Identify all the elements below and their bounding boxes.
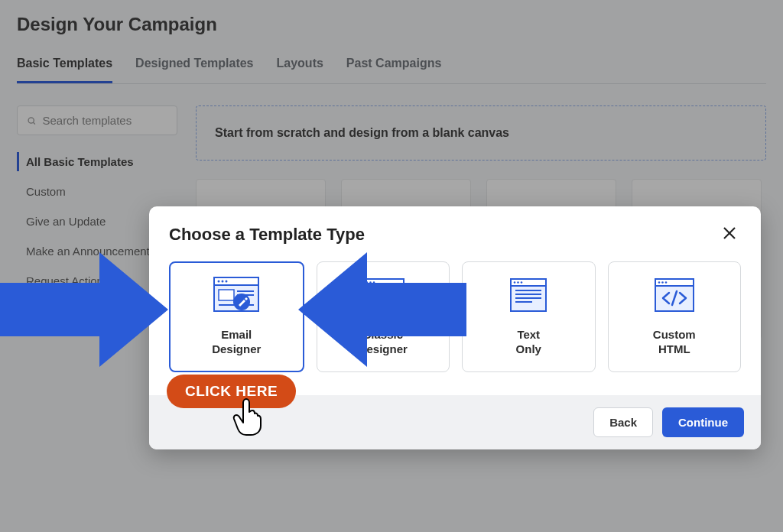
modal-title: Choose a Template Type [169, 225, 365, 245]
type-email-designer[interactable]: Email Designer [169, 261, 304, 372]
type-label: Email Designer [212, 328, 261, 357]
custom-html-icon [648, 274, 701, 319]
type-label: Text Only [516, 328, 541, 357]
svg-marker-40 [0, 252, 168, 367]
svg-point-7 [222, 280, 224, 282]
svg-rect-26 [511, 279, 546, 286]
email-designer-icon [210, 274, 263, 319]
close-button[interactable] [718, 225, 741, 245]
svg-point-6 [218, 280, 220, 282]
close-icon [723, 226, 736, 240]
pointer-arrow-left [0, 252, 168, 367]
svg-point-38 [664, 281, 667, 284]
type-label: Custom HTML [653, 328, 696, 357]
svg-rect-35 [655, 279, 694, 286]
svg-rect-9 [219, 290, 234, 300]
type-custom-html[interactable]: Custom HTML [608, 261, 742, 372]
svg-marker-41 [298, 252, 466, 367]
svg-point-29 [521, 281, 523, 284]
svg-point-37 [661, 281, 664, 284]
svg-point-28 [517, 281, 519, 284]
pointer-arrow-right [298, 252, 466, 367]
svg-point-27 [514, 281, 516, 284]
type-text-only[interactable]: Text Only [462, 261, 596, 372]
svg-point-36 [658, 281, 660, 284]
svg-point-8 [226, 280, 228, 282]
svg-rect-5 [214, 277, 258, 285]
text-only-icon [502, 274, 555, 319]
continue-button[interactable]: Continue [662, 407, 744, 437]
back-button[interactable]: Back [593, 407, 653, 437]
hand-cursor-icon [229, 395, 268, 437]
